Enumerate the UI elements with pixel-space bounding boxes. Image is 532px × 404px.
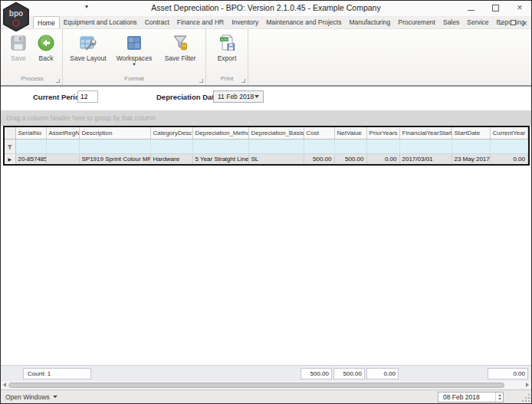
column-header-netvalue[interactable]: NetValue — [334, 127, 366, 139]
scroll-right-icon[interactable] — [526, 383, 529, 387]
column-header-assetregno[interactable]: AssetRegNo — [46, 127, 79, 139]
summary-currentyear-total: 0.00 — [488, 368, 528, 379]
cell-currentyear[interactable]: 0.00 — [490, 153, 528, 164]
title-bar: bpo ▾ Asset Depreciation - BPO: Version … — [1, 1, 531, 17]
mdi-close-icon: × — [523, 20, 527, 26]
cell-prioryears[interactable]: 0.00 — [366, 153, 399, 164]
window-title: Asset Depreciation - BPO: Version 2.1.0.… — [1, 3, 531, 12]
cell-depreciation-method[interactable]: 5 Year Straight Line — [192, 153, 248, 164]
tab-maintenance-and-projects[interactable]: Maintenance and Projects — [262, 17, 345, 28]
column-header-cost[interactable]: Cost — [304, 127, 334, 139]
filter-cell-financialyearstart[interactable] — [399, 139, 452, 153]
column-header-description[interactable]: Description — [79, 127, 150, 139]
cell-serialno[interactable]: 20-857485 — [15, 153, 46, 164]
close-icon: × — [517, 5, 522, 11]
tab-utilities[interactable]: Utilities — [528, 17, 532, 28]
filter-cell-description[interactable] — [79, 139, 150, 153]
save-button-label: Save — [11, 54, 25, 62]
cell-netvalue[interactable]: 500.00 — [334, 153, 366, 164]
tab-inventory[interactable]: Inventory — [228, 17, 262, 28]
mdi-restore-button[interactable] — [511, 18, 516, 27]
column-header-financialyearstart[interactable]: FinancialYearStart — [399, 127, 452, 139]
bpo-app-logo-icon[interactable]: bpo — [3, 2, 29, 31]
back-button[interactable]: Back — [33, 31, 59, 62]
cell-financialyearstart[interactable]: 2017/03/01 — [399, 153, 452, 164]
app-window: bpo ▾ Asset Depreciation - BPO: Version … — [0, 0, 532, 404]
minimize-button[interactable] — [464, 2, 478, 14]
maximize-button[interactable] — [488, 2, 502, 14]
filter-cell-categorydesc[interactable] — [150, 139, 192, 153]
mdi-restore-icon — [511, 20, 516, 25]
filter-cell-cost[interactable] — [304, 139, 334, 153]
filter-cell-assetregno[interactable] — [46, 139, 79, 153]
table-row[interactable]: ▶ 20-857485 SP1919 Sprint Colour MFC Har… — [5, 153, 528, 164]
ribbon-group-caption-print: Print — [206, 74, 248, 85]
horizontal-scrollbar[interactable] — [1, 381, 531, 389]
tab-equipment-and-locations[interactable]: Equipment and Locations — [60, 17, 141, 28]
open-windows-dropdown[interactable]: Open Windows — [1, 393, 57, 401]
save-filter-button-label: Save Filter — [165, 54, 196, 62]
status-date-editor[interactable]: 08 Feb 2018 — [438, 392, 504, 402]
grid-header-row: SerialNo AssetRegNo Description Category… — [5, 127, 528, 139]
column-header-serialno[interactable]: SerialNo — [15, 127, 46, 139]
scroll-left-icon[interactable] — [3, 383, 6, 387]
filter-cell-depreciation-basis[interactable] — [248, 139, 304, 153]
filter-cell-currentyear[interactable] — [490, 139, 528, 153]
column-header-categorydesc[interactable]: CategoryDesc — [150, 127, 192, 139]
mdi-close-button[interactable]: × — [523, 18, 527, 27]
cell-cost[interactable]: 500.00 — [304, 153, 334, 164]
minimize-icon — [468, 5, 475, 11]
depreciation-date-dropdown[interactable]: 11 Feb 2018 — [213, 90, 264, 103]
cell-description[interactable]: SP1919 Sprint Colour MFC — [79, 153, 150, 164]
filter-cell-prioryears[interactable] — [366, 139, 399, 153]
save-layout-button[interactable]: Save Layout — [66, 31, 110, 62]
format-dialog-launcher-icon[interactable] — [199, 79, 203, 83]
mdi-minimize-button[interactable] — [498, 18, 504, 27]
filter-cell-startdate[interactable] — [452, 139, 490, 153]
ribbon-group-format: Save Layout Workspaces ▼ — [63, 29, 206, 85]
maximize-icon — [492, 5, 499, 11]
column-header-startdate[interactable]: StartDate — [452, 127, 490, 139]
save-filter-button[interactable]: Save Filter — [158, 31, 202, 62]
cell-categorydesc[interactable]: Hardware — [150, 153, 192, 164]
print-dialog-launcher-icon[interactable] — [241, 79, 245, 83]
filter-cell-depreciation-method[interactable] — [192, 139, 248, 153]
column-header-depreciation-basis[interactable]: Depreciation_Basis — [248, 127, 304, 139]
save-layout-icon — [78, 33, 98, 53]
column-header-prioryears[interactable]: PriorYears — [366, 127, 399, 139]
back-icon — [36, 33, 56, 53]
filter-cell-serialno[interactable] — [15, 139, 46, 153]
filter-cell-netvalue[interactable] — [334, 139, 366, 153]
cell-depreciation-basis[interactable]: SL — [248, 153, 304, 164]
export-button[interactable]: XLSX Export — [209, 31, 245, 62]
cell-assetregno[interactable] — [46, 153, 79, 164]
row-indicator-header — [5, 127, 15, 139]
tab-procurement[interactable]: Procurement — [394, 17, 439, 28]
ribbon: Save Back Process — [1, 29, 531, 87]
close-button[interactable]: × — [513, 2, 527, 14]
scrollbar-thumb[interactable] — [8, 383, 504, 388]
tab-contract[interactable]: Contract — [141, 17, 173, 28]
export-excel-icon: XLSX — [217, 33, 237, 53]
export-button-label: Export — [218, 54, 237, 62]
tab-home[interactable]: Home — [33, 16, 60, 28]
resize-grip[interactable] — [522, 394, 530, 402]
mdi-minimize-icon — [498, 21, 504, 25]
current-period-input[interactable] — [77, 90, 98, 103]
summary-prioryears-total: 0.00 — [366, 368, 399, 379]
tab-manufacturing[interactable]: Manufacturing — [345, 17, 394, 28]
tab-sales[interactable]: Sales — [439, 17, 463, 28]
column-header-currentyear[interactable]: CurrentYear — [490, 127, 528, 139]
asset-grid: Drag a column header here to group by th… — [1, 110, 531, 389]
tab-service[interactable]: Service — [463, 17, 492, 28]
grid-filter-row — [5, 139, 528, 153]
tab-finance-and-hr[interactable]: Finance and HR — [173, 17, 228, 28]
date-spinner[interactable] — [495, 393, 503, 402]
workspaces-button[interactable]: Workspaces ▼ — [112, 31, 156, 66]
process-dialog-launcher-icon[interactable] — [56, 79, 60, 83]
cell-startdate[interactable]: 23 May 2017 — [452, 153, 490, 164]
grid-group-by-panel[interactable]: Drag a column header here to group by th… — [1, 110, 531, 126]
logo-text: bpo — [9, 9, 23, 18]
spinner-up-icon — [498, 394, 501, 396]
column-header-depreciation-method[interactable]: Depreciation_Method — [192, 127, 248, 139]
